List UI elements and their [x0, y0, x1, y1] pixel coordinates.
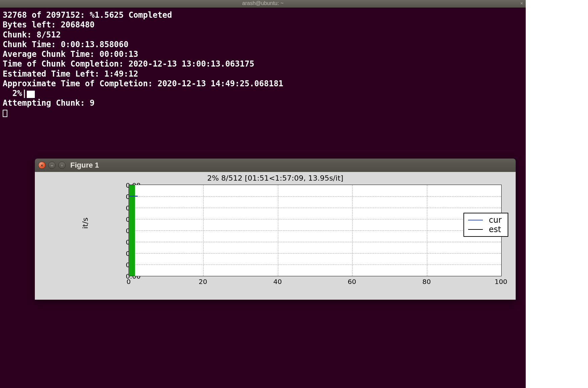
- terminal-line: Bytes left: 2068480: [3, 20, 523, 30]
- gridline-v: [352, 185, 353, 276]
- window-close-button[interactable]: ×: [38, 162, 46, 169]
- gridline-h: [129, 230, 501, 231]
- terminal-progress-line: 2%|: [3, 89, 523, 98]
- legend-entry-est: est: [468, 225, 502, 234]
- chart-y-axis-label: it/s: [81, 217, 89, 229]
- gridline-h: [129, 242, 501, 242]
- gridline-v: [278, 185, 278, 276]
- legend-swatch-icon: [468, 220, 483, 220]
- chart-plot-area: [129, 185, 502, 276]
- gridline-v: [427, 185, 427, 276]
- terminal-line: Chunk: 8/512: [3, 30, 523, 40]
- terminal-line: Average Chunk Time: 00:00:13: [3, 50, 523, 59]
- gridline-h: [129, 253, 501, 254]
- terminal-titlebar[interactable]: arash@ubuntu: ~ ×: [0, 0, 526, 8]
- progress-percent-text: 2%|: [3, 89, 27, 98]
- terminal-line: Chunk Time: 0:00:13.858060: [3, 40, 523, 50]
- gridline-h: [129, 265, 501, 265]
- terminal-cursor: [3, 110, 7, 117]
- series-cur-marker: [129, 196, 138, 197]
- figure-window: × – ▫ Figure 1 2% 8/512 [01:51<1:57:09, …: [35, 159, 516, 300]
- x-tick-label: 20: [199, 278, 207, 286]
- x-tick-label: 40: [273, 278, 282, 286]
- window-minimize-button[interactable]: –: [48, 162, 56, 169]
- terminal-line: Estimated Time Left: 1:49:12: [3, 69, 523, 79]
- terminal-line: Time of Chunk Completion: 2020-12-13 13:…: [3, 59, 523, 69]
- chart-legend: cur est: [463, 213, 508, 237]
- chart-title: 2% 8/512 [01:51<1:57:09, 13.95s/it]: [35, 174, 516, 182]
- progress-cursor-block: [27, 91, 35, 98]
- x-tick-label: 80: [422, 278, 431, 286]
- terminal-title: arash@ubuntu: ~: [242, 0, 283, 6]
- terminal-line: 32768 of 2097152: %1.5625 Completed: [3, 10, 523, 20]
- desktop: arash@ubuntu: ~ × 32768 of 2097152: %1.5…: [0, 0, 526, 388]
- terminal-body[interactable]: 32768 of 2097152: %1.5625 Completed Byte…: [0, 8, 526, 121]
- gridline-h: [129, 219, 501, 219]
- blank-right-strip: [526, 0, 588, 388]
- legend-entry-cur: cur: [468, 215, 502, 225]
- close-icon[interactable]: ×: [520, 1, 523, 6]
- x-tick-label: 100: [495, 278, 507, 286]
- terminal-line: Approximate Time of Completion: 2020-12-…: [3, 79, 523, 89]
- x-tick-label: 0: [127, 278, 131, 286]
- gridline-h: [129, 208, 501, 208]
- figure-title: Figure 1: [70, 161, 99, 170]
- gridline-v: [203, 185, 204, 276]
- terminal-window: arash@ubuntu: ~ × 32768 of 2097152: %1.5…: [0, 0, 526, 121]
- terminal-line: Attempting Chunk: 9: [3, 98, 523, 108]
- close-icon: ×: [41, 163, 43, 168]
- minimize-icon: –: [51, 163, 53, 168]
- progress-bar-fill: [129, 185, 135, 276]
- window-maximize-button[interactable]: ▫: [58, 162, 66, 169]
- legend-swatch-icon: [468, 229, 483, 230]
- legend-label: est: [489, 225, 501, 234]
- gridline-h: [129, 196, 501, 197]
- maximize-icon: ▫: [61, 163, 63, 168]
- figure-titlebar[interactable]: × – ▫ Figure 1: [35, 159, 516, 172]
- legend-label: cur: [489, 215, 502, 225]
- x-tick-label: 60: [348, 278, 356, 286]
- figure-body: 2% 8/512 [01:51<1:57:09, 13.95s/it] it/s…: [35, 172, 516, 300]
